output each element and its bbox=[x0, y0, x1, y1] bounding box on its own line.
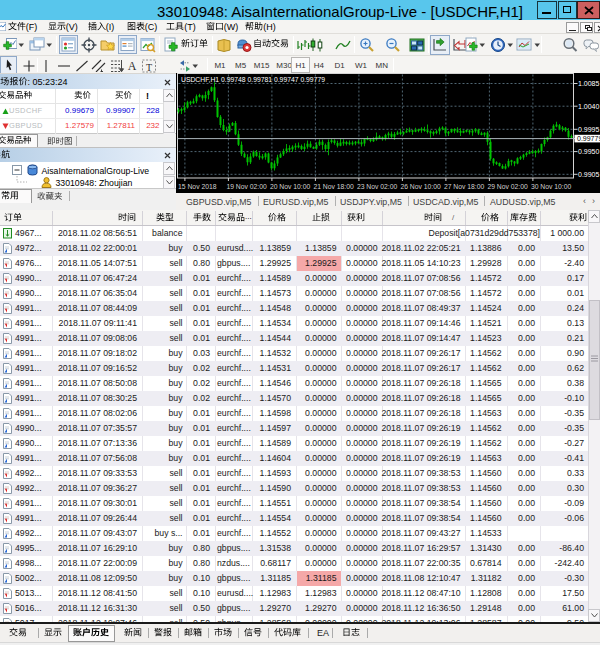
svg-text:19 Nov 02:00: 19 Nov 02:00 bbox=[226, 183, 267, 190]
svg-text:0.9950: 0.9950 bbox=[578, 148, 600, 155]
svg-text:20 Nov 10:00: 20 Nov 10:00 bbox=[270, 183, 311, 190]
svg-text:15 Nov 2018: 15 Nov 2018 bbox=[178, 183, 217, 190]
svg-text:0.9905: 0.9905 bbox=[578, 171, 600, 178]
svg-text:USDCHF,H1 0.99748 0.99781 0.99: USDCHF,H1 0.99748 0.99781 0.99747 0.9977… bbox=[181, 76, 325, 83]
svg-text:26 Nov 10:00: 26 Nov 10:00 bbox=[400, 183, 441, 190]
svg-text:0.9995: 0.9995 bbox=[578, 126, 600, 133]
svg-text:23 Nov 02:00: 23 Nov 02:00 bbox=[357, 183, 398, 190]
svg-text:1.0085: 1.0085 bbox=[578, 80, 600, 87]
svg-text:27 Nov 18:00: 27 Nov 18:00 bbox=[444, 183, 485, 190]
svg-text:T: T bbox=[146, 62, 152, 73]
svg-text:29 Nov 02:00: 29 Nov 02:00 bbox=[487, 183, 528, 190]
svg-text:0.99779: 0.99779 bbox=[577, 135, 600, 142]
svg-text:21 Nov 18:00: 21 Nov 18:00 bbox=[313, 183, 354, 190]
svg-text:30 Nov 10:00: 30 Nov 10:00 bbox=[531, 183, 572, 190]
svg-text:1.0040: 1.0040 bbox=[578, 103, 600, 110]
svg-text:A: A bbox=[128, 59, 137, 72]
